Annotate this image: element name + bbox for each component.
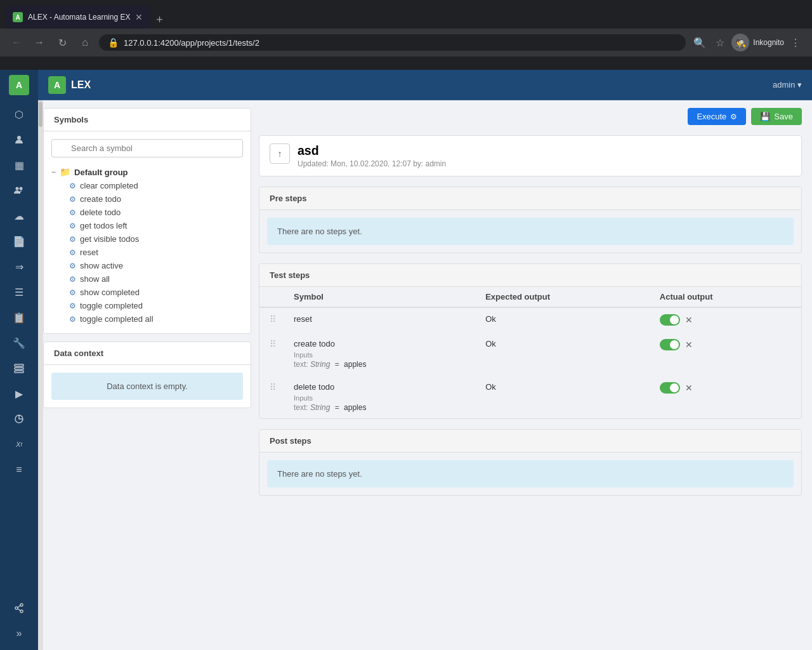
- reload-button[interactable]: ↻: [53, 34, 71, 51]
- collapse-icon[interactable]: −: [51, 168, 56, 176]
- sidebar-item-clipboard[interactable]: 📋: [8, 306, 30, 329]
- post-steps-header: Post steps: [259, 430, 801, 453]
- symbol-icon: ⚙: [69, 288, 76, 297]
- drag-cell: ⠿: [259, 307, 286, 333]
- input-type: String: [310, 403, 330, 412]
- execute-label: Execute: [697, 112, 726, 121]
- sidebar-item-group[interactable]: [8, 179, 30, 202]
- drag-handle[interactable]: ⠿: [267, 314, 278, 324]
- drag-handle[interactable]: ⠿: [267, 339, 278, 349]
- toggle-button[interactable]: [660, 382, 680, 394]
- tab-close-button[interactable]: ✕: [135, 12, 143, 22]
- sidebar-item-lines[interactable]: ≡: [8, 458, 30, 481]
- equals-sign: =: [332, 360, 341, 369]
- sidebar-item-wrench[interactable]: 🔧: [8, 331, 30, 354]
- steps-table-body: ⠿ reset Ok: [259, 307, 801, 418]
- symbol-item-show-completed[interactable]: ⚙ show completed: [69, 286, 243, 299]
- symbol-label: delete todo: [80, 208, 121, 217]
- symbol-item-show-all[interactable]: ⚙ show all: [69, 272, 243, 286]
- action-toolbar: Execute ⚙ 💾 Save: [259, 108, 802, 125]
- search-toolbar-button[interactable]: 🔍: [691, 34, 709, 51]
- post-steps-empty: There are no steps yet.: [267, 460, 794, 488]
- sidebar-item-list[interactable]: ☰: [8, 281, 30, 303]
- symbol-icon: ⚙: [69, 262, 76, 270]
- inputs-label: Inputs: [294, 394, 470, 402]
- remove-step-button[interactable]: ✕: [685, 340, 693, 350]
- sidebar-item-formula[interactable]: Xt: [8, 433, 30, 456]
- symbol-label: toggle completed all: [80, 314, 154, 324]
- scroll-thumb: [39, 102, 43, 127]
- incognito-icon: 🕵: [735, 37, 746, 48]
- symbol-item-get-visible-todos[interactable]: ⚙ get visible todos: [69, 232, 243, 246]
- symbol-cell: create todo Inputs text: String = apples: [286, 333, 478, 376]
- symbols-panel-header: Symbols: [44, 109, 251, 131]
- symbol-item-create-todo[interactable]: ⚙ create todo: [69, 192, 243, 206]
- sidebar-item-share[interactable]: [8, 597, 30, 620]
- sidebar-item-checklist[interactable]: [8, 357, 30, 380]
- sidebar-item-network[interactable]: ⬡: [8, 103, 30, 126]
- home-button[interactable]: ⌂: [76, 34, 94, 51]
- tab-favicon: A: [13, 12, 23, 22]
- symbol-label: create todo: [80, 194, 121, 204]
- symbol-search-input[interactable]: [51, 139, 243, 157]
- toggle-button[interactable]: [660, 339, 680, 350]
- symbols-panel: Symbols 🔍 − 📁: [43, 108, 251, 334]
- actual-output-cell: ✕: [652, 333, 801, 376]
- symbol-item-toggle-completed-all[interactable]: ⚙ toggle completed all: [69, 312, 243, 326]
- symbol-item-clear-completed[interactable]: ⚙ clear completed: [69, 179, 243, 192]
- equals-sign: =: [332, 403, 341, 412]
- folder-name: Default group: [74, 168, 128, 177]
- toggle-button[interactable]: [660, 314, 680, 326]
- svg-point-9: [20, 610, 23, 613]
- execute-button[interactable]: Execute ⚙: [688, 108, 746, 125]
- back-button[interactable]: ←: [8, 34, 25, 51]
- actual-output-cell: ✕: [652, 307, 801, 333]
- default-group-item[interactable]: − 📁 Default group: [51, 165, 243, 179]
- remove-step-button[interactable]: ✕: [685, 383, 693, 393]
- symbol-item-delete-todo[interactable]: ⚙ delete todo: [69, 206, 243, 219]
- browser-tab-active[interactable]: A ALEX - Automata Learning EX ✕: [5, 6, 150, 29]
- symbol-name: create todo: [294, 339, 470, 348]
- user-menu[interactable]: admin ▾: [773, 80, 802, 90]
- symbol-icon: ⚙: [69, 248, 76, 257]
- svg-rect-5: [15, 371, 23, 373]
- sidebar-item-play[interactable]: ▶: [8, 382, 30, 405]
- main-area: Symbols 🔍 − 📁: [38, 100, 812, 650]
- folder-icon: 📁: [60, 167, 70, 177]
- remove-step-button[interactable]: ✕: [685, 315, 693, 325]
- symbol-item-get-todos-left[interactable]: ⚙ get todos left: [69, 219, 243, 232]
- sidebar-item-cloud[interactable]: ☁: [8, 204, 30, 227]
- menu-button[interactable]: ⋮: [787, 34, 804, 51]
- sidebar-item-users[interactable]: [8, 128, 30, 151]
- svg-point-0: [17, 136, 21, 140]
- sidebar-item-chart[interactable]: [8, 408, 30, 430]
- expected-output-cell: Ok: [478, 333, 652, 376]
- symbol-label: toggle completed: [80, 301, 143, 310]
- symbol-label: get visible todos: [80, 234, 139, 244]
- incognito-label: Inkognito: [753, 38, 784, 47]
- symbol-label: get todos left: [80, 221, 127, 230]
- new-tab-button[interactable]: +: [150, 11, 168, 29]
- incognito-button[interactable]: 🕵: [731, 34, 749, 51]
- input-key: text:: [294, 403, 310, 412]
- sidebar-item-file[interactable]: 📄: [8, 230, 30, 253]
- drag-handle[interactable]: ⠿: [267, 382, 278, 392]
- pre-steps-body: There are no steps yet.: [259, 210, 801, 253]
- symbol-item-toggle-completed[interactable]: ⚙ toggle completed: [69, 299, 243, 312]
- bookmark-button[interactable]: ☆: [711, 34, 729, 51]
- sidebar-item-expand[interactable]: »: [8, 622, 30, 645]
- drag-cell: ⠿: [259, 333, 286, 376]
- test-back-button[interactable]: ↑: [270, 143, 290, 164]
- save-button[interactable]: 💾 Save: [751, 108, 802, 125]
- forward-button[interactable]: →: [30, 34, 48, 51]
- symbol-item-reset[interactable]: ⚙ reset: [69, 246, 243, 259]
- app-header: A LEX admin ▾: [38, 70, 812, 100]
- svg-line-10: [18, 609, 20, 611]
- symbol-item-show-active[interactable]: ⚙ show active: [69, 259, 243, 272]
- address-bar[interactable]: 🔒 127.0.0.1:4200/app/projects/1/tests/2: [99, 34, 686, 51]
- scroll-track[interactable]: [38, 100, 43, 650]
- symbol-list: ⚙ clear completed ⚙ create todo: [51, 179, 243, 326]
- sidebar-item-arrow[interactable]: ⇒: [8, 255, 30, 278]
- data-context-panel: Data context Data context is empty.: [43, 342, 251, 408]
- sidebar-item-grid[interactable]: ▦: [8, 154, 30, 176]
